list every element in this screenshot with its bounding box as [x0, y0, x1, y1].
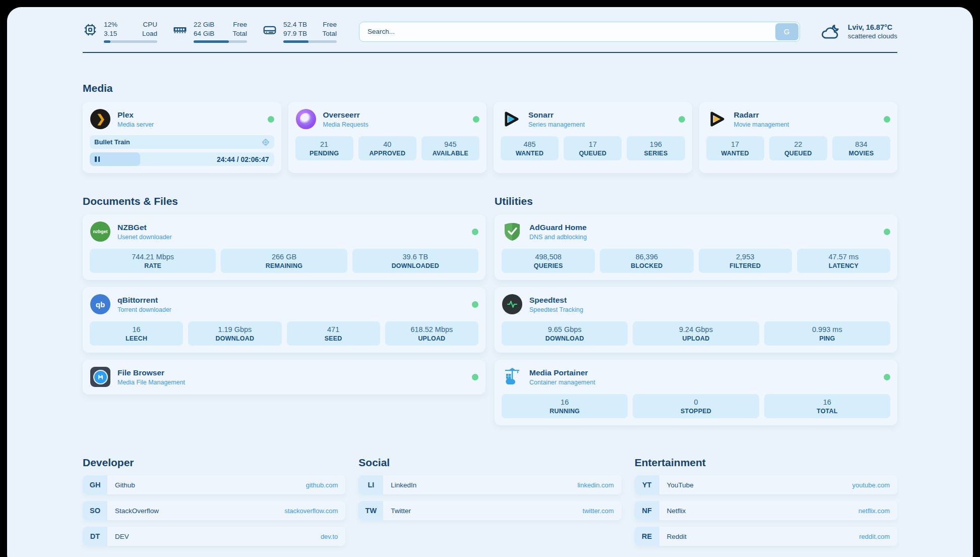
bookmark-url: reddit.com: [859, 533, 890, 540]
stat-upload: 618.52 Mbps UPLOAD: [385, 321, 478, 346]
app-card-plex[interactable]: ❯ Plex Media server Bullet Train: [83, 102, 281, 173]
radarr-icon: [707, 109, 727, 129]
bookmark-url: github.com: [306, 481, 338, 489]
bookmark-github[interactable]: GH Github github.com: [83, 475, 345, 494]
portainer-icon: [502, 367, 522, 387]
cloud-moon-icon: [820, 23, 841, 41]
stat-blocked: 86,396 BLOCKED: [600, 249, 693, 273]
status-dot: [884, 374, 890, 380]
bookmarks-entertainment: Entertainment YT YouTube youtube.com NF …: [635, 457, 897, 546]
stat-ping: 0.993 ms PING: [764, 321, 890, 346]
stat-download: 9.65 Gbps DOWNLOAD: [502, 321, 628, 346]
header-divider: [83, 52, 897, 53]
bookmark-name: Twitter: [391, 507, 411, 515]
bookmark-url: twitter.com: [583, 507, 614, 515]
app-card-filebrowser[interactable]: File Browser Media File Management: [83, 360, 485, 395]
bookmark-name: YouTube: [667, 481, 694, 489]
status-dot: [473, 116, 479, 123]
memory-progress-track: [194, 40, 247, 43]
app-title: Speedtest: [529, 295, 583, 305]
bookmark-abbr: TW: [358, 501, 383, 520]
status-dot: [472, 374, 478, 380]
bookmark-name: DEV: [115, 533, 129, 540]
stat-seed: 471 SEED: [287, 321, 380, 346]
bookmark-reddit[interactable]: RE Reddit reddit.com: [635, 527, 897, 546]
weather-condition: scattered clouds: [848, 32, 897, 40]
app-subtitle: Container management: [529, 379, 595, 386]
app-card-radarr[interactable]: Radarr Movie management 17 WANTED 22 QUE…: [699, 102, 898, 173]
app-title: qBittorrent: [117, 295, 171, 305]
app-title: Sonarr: [528, 110, 585, 120]
bookmark-url: youtube.com: [852, 481, 890, 489]
app-card-qbittorrent[interactable]: qb qBittorrent Torrent downloader 16 LEE…: [83, 287, 485, 353]
app-title: Plex: [117, 110, 154, 120]
stat-queued: 17 QUEUED: [564, 136, 622, 160]
memory-total-value: 64 GiB: [194, 29, 214, 38]
app-title: AdGuard Home: [529, 222, 587, 232]
bookmark-stackoverflow[interactable]: SO StackOverflow stackoverflow.com: [83, 501, 345, 520]
memory-widget: 22 GiB Free 64 GiB Total: [172, 20, 247, 43]
disk-total-value: 97.9 TB: [283, 29, 307, 38]
weather-location: Lviv, 16.87°C: [848, 23, 897, 31]
status-dot: [884, 229, 890, 235]
app-subtitle: Speedtest Tracking: [529, 306, 583, 313]
ram-icon: [172, 22, 188, 37]
bookmark-netflix[interactable]: NF Netflix netflix.com: [635, 501, 897, 520]
stat-filtered: 2,953 FILTERED: [699, 249, 792, 273]
stat-wanted: 485 WANTED: [501, 136, 559, 160]
stat-remaining: 266 GB REMAINING: [221, 249, 347, 273]
speedtest-icon: [502, 294, 522, 314]
overseerr-icon: [296, 109, 316, 129]
stat-queries: 498,508 QUERIES: [502, 249, 595, 273]
bookmark-youtube[interactable]: YT YouTube youtube.com: [635, 475, 897, 494]
stat-stopped: 0 STOPPED: [633, 394, 759, 418]
app-subtitle: DNS and adblocking: [529, 234, 587, 241]
app-card-overseerr[interactable]: Overseerr Media Requests 21 PENDING 40 A…: [288, 102, 487, 173]
bookmark-url: linkedin.com: [577, 481, 614, 489]
cpu-load-label: Load: [142, 29, 157, 38]
section-title-developer: Developer: [83, 457, 345, 469]
app-card-adguard[interactable]: AdGuard Home DNS and adblocking 498,508 …: [495, 214, 897, 280]
disk-widget: 52.4 TB Free 97.9 TB Total: [262, 20, 337, 43]
bookmark-abbr: RE: [635, 527, 659, 546]
search-engine-button[interactable]: G: [775, 23, 799, 40]
section-title-entertainment: Entertainment: [635, 457, 897, 469]
adguard-icon: [502, 221, 522, 242]
memory-total-label: Total: [232, 29, 247, 38]
pause-chip[interactable]: [90, 152, 140, 166]
bookmark-name: Netflix: [667, 507, 686, 515]
bookmark-twitter[interactable]: TW Twitter twitter.com: [358, 501, 621, 520]
status-dot: [472, 301, 478, 308]
section-title-utilities: Utilities: [495, 195, 897, 207]
app-subtitle: Usenet downloader: [117, 234, 172, 241]
app-title: NZBGet: [117, 222, 172, 232]
search-input[interactable]: [359, 22, 800, 42]
stat-leech: 16 LEECH: [90, 321, 183, 346]
status-dot: [679, 116, 685, 123]
section-title-social: Social: [358, 457, 621, 469]
memory-progress-fill: [194, 40, 229, 43]
app-card-speedtest[interactable]: Speedtest Speedtest Tracking 9.65 Gbps D…: [495, 287, 897, 353]
section-utilities: Utilities AdGuard Home DNS and adblockin…: [495, 195, 897, 425]
stat-pending: 21 PENDING: [295, 136, 353, 160]
app-card-portainer[interactable]: Media Portainer Container management 16 …: [495, 360, 897, 425]
bookmark-dev[interactable]: DT DEV dev.to: [83, 527, 345, 546]
playback-time: 24:44 / 02:06:47: [217, 155, 274, 163]
app-title: Overseerr: [323, 110, 369, 120]
status-dot: [268, 116, 274, 123]
stat-approved: 40 APPROVED: [358, 136, 416, 160]
transcode-icon: [262, 138, 270, 146]
bookmark-linkedin[interactable]: LI LinkedIn linkedin.com: [358, 475, 621, 494]
app-card-nzbget[interactable]: nzbget NZBGet Usenet downloader 744.21 M…: [83, 214, 485, 280]
bookmark-abbr: SO: [83, 501, 107, 520]
stat-latency: 47.57 ms LATENCY: [797, 249, 890, 273]
search-bar: G: [359, 22, 800, 42]
bookmark-url: stackoverflow.com: [284, 507, 338, 515]
app-card-sonarr[interactable]: Sonarr Series management 485 WANTED 17 Q…: [494, 102, 692, 173]
section-title-documents: Documents & Files: [83, 195, 485, 207]
bookmark-url: dev.to: [321, 533, 338, 540]
cpu-icon: [83, 22, 98, 37]
disk-progress-track: [283, 40, 337, 43]
stat-wanted: 17 WANTED: [706, 136, 764, 160]
bookmark-abbr: GH: [83, 475, 107, 494]
